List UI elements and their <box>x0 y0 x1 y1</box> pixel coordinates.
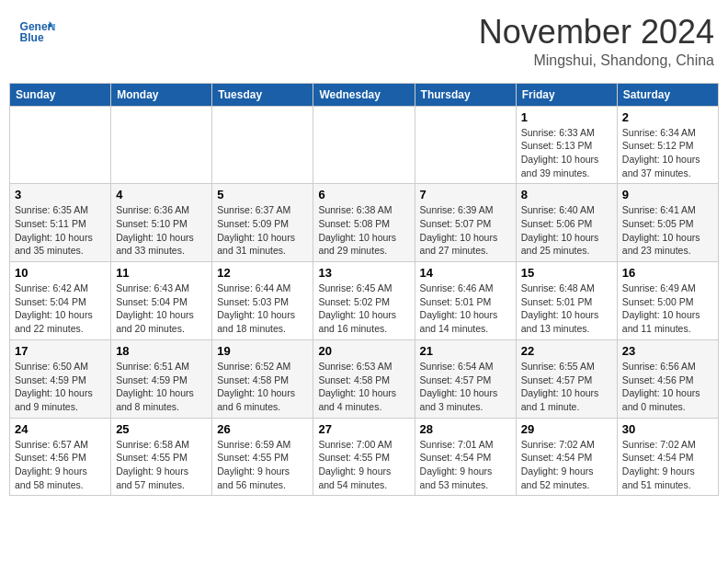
day-info: Sunrise: 6:58 AM Sunset: 4:55 PM Dayligh… <box>116 438 207 492</box>
day-cell: 4Sunrise: 6:36 AM Sunset: 5:10 PM Daylig… <box>111 184 212 262</box>
day-number: 20 <box>318 344 409 358</box>
day-info: Sunrise: 6:56 AM Sunset: 4:56 PM Dayligh… <box>622 360 713 414</box>
day-number: 7 <box>420 188 511 201</box>
logo: General Blue <box>18 14 59 51</box>
day-number: 19 <box>217 344 308 358</box>
day-cell: 27Sunrise: 7:00 AM Sunset: 4:55 PM Dayli… <box>313 418 415 496</box>
day-info: Sunrise: 7:02 AM Sunset: 4:54 PM Dayligh… <box>521 438 612 492</box>
day-cell: 10Sunrise: 6:42 AM Sunset: 5:04 PM Dayli… <box>10 262 111 340</box>
day-number: 23 <box>622 344 713 358</box>
day-number: 28 <box>420 422 511 436</box>
day-info: Sunrise: 6:49 AM Sunset: 5:00 PM Dayligh… <box>622 282 713 336</box>
day-number: 22 <box>521 344 612 358</box>
day-info: Sunrise: 6:50 AM Sunset: 4:59 PM Dayligh… <box>15 360 106 414</box>
day-cell: 11Sunrise: 6:43 AM Sunset: 5:04 PM Dayli… <box>111 262 212 340</box>
day-info: Sunrise: 6:41 AM Sunset: 5:05 PM Dayligh… <box>622 203 713 258</box>
weekday-tuesday: Tuesday <box>212 83 313 106</box>
week-row-2: 10Sunrise: 6:42 AM Sunset: 5:04 PM Dayli… <box>10 262 719 340</box>
day-cell: 13Sunrise: 6:45 AM Sunset: 5:02 PM Dayli… <box>313 262 415 340</box>
day-cell: 8Sunrise: 6:40 AM Sunset: 5:06 PM Daylig… <box>516 184 617 262</box>
day-number: 8 <box>521 188 612 201</box>
day-cell: 1Sunrise: 6:33 AM Sunset: 5:13 PM Daylig… <box>516 106 617 184</box>
logo-icon: General Blue <box>18 14 55 51</box>
day-cell: 12Sunrise: 6:44 AM Sunset: 5:03 PM Dayli… <box>212 262 313 340</box>
day-number: 4 <box>116 188 207 201</box>
day-cell <box>415 106 516 184</box>
day-info: Sunrise: 6:36 AM Sunset: 5:10 PM Dayligh… <box>116 203 207 258</box>
day-cell: 23Sunrise: 6:56 AM Sunset: 4:56 PM Dayli… <box>617 339 718 418</box>
day-cell <box>212 106 313 184</box>
day-info: Sunrise: 7:01 AM Sunset: 4:54 PM Dayligh… <box>420 438 511 492</box>
weekday-header: SundayMondayTuesdayWednesdayThursdayFrid… <box>10 83 719 106</box>
day-cell: 7Sunrise: 6:39 AM Sunset: 5:07 PM Daylig… <box>415 184 516 262</box>
weekday-monday: Monday <box>111 83 212 106</box>
day-cell: 21Sunrise: 6:54 AM Sunset: 4:57 PM Dayli… <box>415 339 516 418</box>
day-cell: 14Sunrise: 6:46 AM Sunset: 5:01 PM Dayli… <box>415 262 516 340</box>
day-number: 16 <box>622 266 713 280</box>
day-number: 9 <box>622 188 713 201</box>
day-info: Sunrise: 6:34 AM Sunset: 5:12 PM Dayligh… <box>622 126 713 180</box>
calendar-body: 1Sunrise: 6:33 AM Sunset: 5:13 PM Daylig… <box>10 106 719 496</box>
day-cell: 25Sunrise: 6:58 AM Sunset: 4:55 PM Dayli… <box>111 418 212 496</box>
day-info: Sunrise: 6:44 AM Sunset: 5:03 PM Dayligh… <box>217 282 308 336</box>
day-cell: 9Sunrise: 6:41 AM Sunset: 5:05 PM Daylig… <box>617 184 718 262</box>
day-cell: 22Sunrise: 6:55 AM Sunset: 4:57 PM Dayli… <box>516 339 617 418</box>
day-info: Sunrise: 6:52 AM Sunset: 4:58 PM Dayligh… <box>217 360 308 414</box>
day-number: 29 <box>521 422 612 436</box>
month-title: November 2024 <box>479 14 714 51</box>
day-cell: 6Sunrise: 6:38 AM Sunset: 5:08 PM Daylig… <box>313 184 415 262</box>
day-info: Sunrise: 6:39 AM Sunset: 5:07 PM Dayligh… <box>420 203 511 258</box>
day-info: Sunrise: 6:33 AM Sunset: 5:13 PM Dayligh… <box>521 126 612 180</box>
weekday-thursday: Thursday <box>415 83 516 106</box>
day-info: Sunrise: 6:59 AM Sunset: 4:55 PM Dayligh… <box>217 438 308 492</box>
weekday-sunday: Sunday <box>10 83 111 106</box>
day-number: 27 <box>318 422 409 436</box>
day-info: Sunrise: 6:40 AM Sunset: 5:06 PM Dayligh… <box>521 203 612 258</box>
day-cell: 26Sunrise: 6:59 AM Sunset: 4:55 PM Dayli… <box>212 418 313 496</box>
day-cell: 15Sunrise: 6:48 AM Sunset: 5:01 PM Dayli… <box>516 262 617 340</box>
day-number: 26 <box>217 422 308 436</box>
weekday-saturday: Saturday <box>617 83 718 106</box>
day-number: 15 <box>521 266 612 280</box>
day-info: Sunrise: 6:48 AM Sunset: 5:01 PM Dayligh… <box>521 282 612 336</box>
day-number: 17 <box>15 344 106 358</box>
day-number: 18 <box>116 344 207 358</box>
day-info: Sunrise: 6:38 AM Sunset: 5:08 PM Dayligh… <box>318 203 409 258</box>
week-row-4: 24Sunrise: 6:57 AM Sunset: 4:56 PM Dayli… <box>10 418 719 496</box>
day-number: 14 <box>420 266 511 280</box>
title-block: November 2024 Mingshui, Shandong, China <box>479 14 714 69</box>
day-cell: 17Sunrise: 6:50 AM Sunset: 4:59 PM Dayli… <box>10 339 111 418</box>
day-info: Sunrise: 7:02 AM Sunset: 4:54 PM Dayligh… <box>622 438 713 492</box>
day-cell <box>313 106 415 184</box>
day-cell: 29Sunrise: 7:02 AM Sunset: 4:54 PM Dayli… <box>516 418 617 496</box>
day-info: Sunrise: 6:46 AM Sunset: 5:01 PM Dayligh… <box>420 282 511 336</box>
day-number: 10 <box>15 266 106 280</box>
day-info: Sunrise: 6:35 AM Sunset: 5:11 PM Dayligh… <box>15 203 106 258</box>
day-info: Sunrise: 6:45 AM Sunset: 5:02 PM Dayligh… <box>318 282 409 336</box>
day-info: Sunrise: 6:43 AM Sunset: 5:04 PM Dayligh… <box>116 282 207 336</box>
day-cell: 18Sunrise: 6:51 AM Sunset: 4:59 PM Dayli… <box>111 339 212 418</box>
day-number: 5 <box>217 188 308 201</box>
day-info: Sunrise: 6:55 AM Sunset: 4:57 PM Dayligh… <box>521 360 612 414</box>
day-cell: 16Sunrise: 6:49 AM Sunset: 5:00 PM Dayli… <box>617 262 718 340</box>
day-info: Sunrise: 6:54 AM Sunset: 4:57 PM Dayligh… <box>420 360 511 414</box>
day-number: 12 <box>217 266 308 280</box>
week-row-3: 17Sunrise: 6:50 AM Sunset: 4:59 PM Dayli… <box>10 339 719 418</box>
day-info: Sunrise: 6:37 AM Sunset: 5:09 PM Dayligh… <box>217 203 308 258</box>
day-cell: 3Sunrise: 6:35 AM Sunset: 5:11 PM Daylig… <box>10 184 111 262</box>
header: General Blue November 2024 Mingshui, Sha… <box>9 9 719 74</box>
week-row-1: 3Sunrise: 6:35 AM Sunset: 5:11 PM Daylig… <box>10 184 719 262</box>
day-number: 2 <box>622 110 713 124</box>
location: Mingshui, Shandong, China <box>479 52 714 69</box>
day-cell: 30Sunrise: 7:02 AM Sunset: 4:54 PM Dayli… <box>617 418 718 496</box>
day-number: 6 <box>318 188 409 201</box>
day-cell: 5Sunrise: 6:37 AM Sunset: 5:09 PM Daylig… <box>212 184 313 262</box>
day-number: 11 <box>116 266 207 280</box>
day-info: Sunrise: 6:53 AM Sunset: 4:58 PM Dayligh… <box>318 360 409 414</box>
calendar: SundayMondayTuesdayWednesdayThursdayFrid… <box>9 83 719 497</box>
day-cell: 2Sunrise: 6:34 AM Sunset: 5:12 PM Daylig… <box>617 106 718 184</box>
week-row-0: 1Sunrise: 6:33 AM Sunset: 5:13 PM Daylig… <box>10 106 719 184</box>
svg-text:Blue: Blue <box>20 31 44 44</box>
day-number: 24 <box>15 422 106 436</box>
day-cell: 19Sunrise: 6:52 AM Sunset: 4:58 PM Dayli… <box>212 339 313 418</box>
